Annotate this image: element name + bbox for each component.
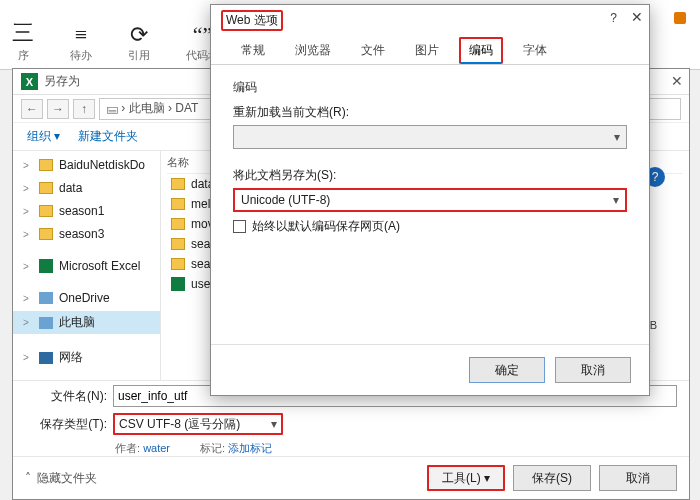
tab-编码[interactable]: 编码 (459, 37, 503, 64)
nav-item[interactable]: >Microsoft Excel (13, 256, 160, 276)
nav-label: BaiduNetdiskDo (59, 158, 145, 172)
organize-menu[interactable]: 组织 ▾ (27, 128, 60, 145)
always-default-label: 始终以默认编码保存网页(A) (252, 218, 400, 235)
saveas-encoding-combo[interactable]: Unicode (UTF-8) (233, 188, 627, 212)
nav-label: 此电脑 (59, 314, 95, 331)
folder-icon (39, 228, 53, 240)
folder-icon (171, 258, 185, 270)
drive-icon (39, 292, 53, 304)
ok-button[interactable]: 确定 (469, 357, 545, 383)
new-folder-button[interactable]: 新建文件夹 (78, 128, 138, 145)
tab-图片[interactable]: 图片 (405, 37, 449, 64)
excel-icon: X (21, 73, 38, 90)
always-default-checkbox[interactable] (233, 220, 246, 233)
dialog-title: 另存为 (44, 73, 80, 90)
nav-label: 网络 (59, 349, 83, 366)
nav-label: data (59, 181, 82, 195)
nav-label: season1 (59, 204, 104, 218)
up-button[interactable]: ↑ (73, 99, 95, 119)
saveas-label: 将此文档另存为(S): (233, 167, 627, 184)
filetype-label: 保存类型(T): (25, 416, 107, 433)
drive-icon (39, 352, 53, 364)
forward-button[interactable]: → (47, 99, 69, 119)
webopt-cancel-button[interactable]: 取消 (555, 357, 631, 383)
tag-value[interactable]: 添加标记 (228, 442, 272, 454)
nav-pane: >BaiduNetdiskDo>data>season1>season3>Mic… (13, 151, 161, 380)
folder-icon (39, 182, 53, 194)
folder-icon (171, 238, 185, 250)
close-icon[interactable]: ✕ (671, 73, 683, 89)
close-icon[interactable]: ✕ (631, 9, 643, 25)
author-value[interactable]: water (143, 442, 170, 454)
tab-常规[interactable]: 常规 (231, 37, 275, 64)
folder-icon (171, 218, 185, 230)
nav-item[interactable]: >OneDrive (13, 288, 160, 308)
tab-文件[interactable]: 文件 (351, 37, 395, 64)
drive-icon (39, 259, 53, 273)
nav-item[interactable]: >BaiduNetdiskDo (13, 155, 160, 175)
nav-label: season3 (59, 227, 104, 241)
chevron-up-icon[interactable]: ˄ (25, 471, 31, 485)
excel-icon (171, 277, 185, 291)
webopt-tabs: 常规浏览器文件图片编码字体 (211, 37, 649, 65)
nav-item[interactable]: >season3 (13, 224, 160, 244)
nav-label: OneDrive (59, 291, 110, 305)
folder-icon (39, 159, 53, 171)
web-options-dialog: Web 选项 ? ✕ 常规浏览器文件图片编码字体 编码 重新加载当前文档(R):… (210, 4, 650, 396)
nav-item[interactable]: >season1 (13, 201, 160, 221)
filetype-combo[interactable]: CSV UTF-8 (逗号分隔) (113, 413, 283, 435)
folder-icon (171, 178, 185, 190)
encoding-group: 编码 (233, 79, 627, 96)
folder-icon (39, 205, 53, 217)
nav-item[interactable]: >此电脑 (13, 311, 160, 334)
nav-item[interactable]: >data (13, 178, 160, 198)
reload-encoding-combo[interactable] (233, 125, 627, 149)
webopt-title: Web 选项 (221, 10, 283, 31)
nav-label: Microsoft Excel (59, 259, 140, 273)
nav-item[interactable]: >网络 (13, 346, 160, 369)
tab-字体[interactable]: 字体 (513, 37, 557, 64)
cancel-button[interactable]: 取消 (599, 465, 677, 491)
filename-label: 文件名(N): (25, 388, 107, 405)
back-button[interactable]: ← (21, 99, 43, 119)
help-icon[interactable]: ? (610, 11, 617, 25)
hide-folders-link[interactable]: 隐藏文件夹 (37, 470, 97, 487)
tools-button[interactable]: 工具(L) ▾ (427, 465, 505, 491)
save-button[interactable]: 保存(S) (513, 465, 591, 491)
reload-label: 重新加载当前文档(R): (233, 104, 627, 121)
col-name[interactable]: 名称 (167, 155, 189, 170)
folder-icon (171, 198, 185, 210)
drive-icon (39, 317, 53, 329)
indicator-dot (674, 12, 686, 24)
tab-浏览器[interactable]: 浏览器 (285, 37, 341, 64)
